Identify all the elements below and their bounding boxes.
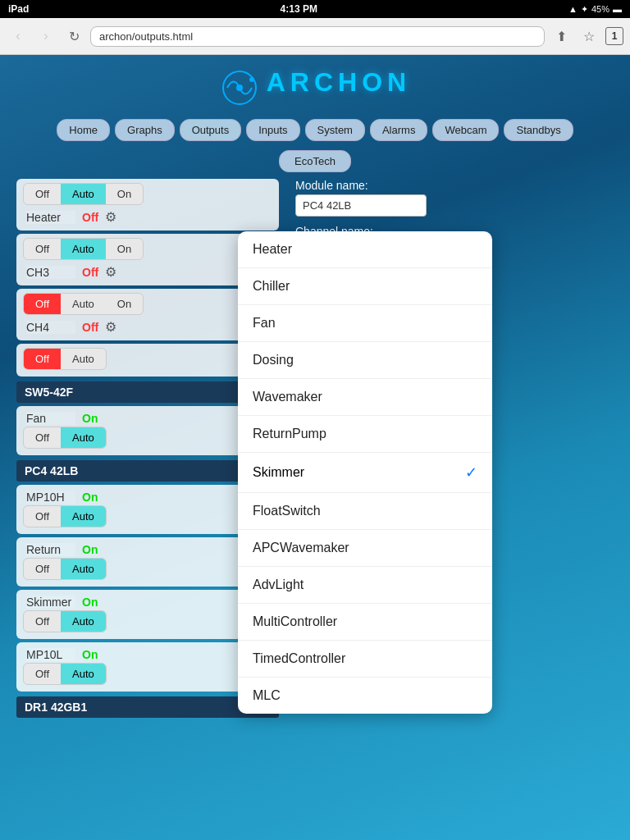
module-name-label: Module name: — [295, 179, 614, 192]
ch4-on-btn[interactable]: On — [106, 294, 143, 314]
mp10h-name: MP10H — [26, 491, 75, 504]
ch4e-auto-btn[interactable]: Auto — [61, 349, 106, 369]
return-auto-btn[interactable]: Auto — [61, 559, 106, 579]
dropdown-item-apcwavemaker[interactable]: APCWavemaker — [238, 530, 492, 567]
nav-alarms[interactable]: Alarms — [370, 119, 427, 141]
mp10h-auto-btn[interactable]: Auto — [61, 506, 106, 527]
ch4-extra-row: Off Auto — [23, 348, 272, 370]
dropdown-item-heater[interactable]: Heater — [238, 231, 492, 268]
ch4e-off-btn[interactable]: Off — [24, 349, 61, 369]
heater-auto-btn[interactable]: Auto — [61, 184, 106, 204]
skimmer-label-row: Skimmer On — [23, 594, 272, 610]
heater-on-btn[interactable]: On — [106, 184, 143, 204]
module-name-group: Module name: — [295, 179, 614, 217]
ch4-gear-icon[interactable]: ⚙ — [105, 319, 116, 335]
skimmer-off-btn[interactable]: Off — [24, 611, 61, 632]
address-bar[interactable]: archon/outputs.html — [90, 26, 545, 47]
return-toggle-row: Off Auto — [23, 558, 272, 580]
return-off-btn[interactable]: Off — [24, 559, 61, 579]
nav-home[interactable]: Home — [57, 119, 110, 141]
ch3-toggle-row: Off Auto On — [23, 238, 272, 260]
fan-off-btn[interactable]: Off — [24, 427, 61, 448]
mp10l-toggle: Off Auto — [23, 663, 107, 685]
skimmer-auto-btn[interactable]: Auto — [61, 611, 106, 632]
fan-status: On — [82, 412, 98, 425]
ch4-off-btn[interactable]: Off — [24, 294, 61, 314]
skimmer-toggle-row: Off Auto — [23, 610, 272, 632]
forward-button[interactable]: › — [34, 25, 57, 48]
ch4-name: CH4 — [26, 321, 75, 334]
tab-count[interactable]: 1 — [605, 27, 623, 45]
return-name: Return — [26, 543, 75, 556]
ch3-off-btn[interactable]: Off — [24, 239, 61, 259]
heater-block: Off Auto On Heater Off ⚙ — [16, 179, 279, 231]
logo-section: ARCHON — [0, 55, 630, 112]
dropdown-item-timedcontroller[interactable]: TimedController — [238, 641, 492, 678]
reload-button[interactable]: ↻ — [62, 25, 85, 48]
mp10h-label-row: MP10H On — [23, 489, 272, 505]
fan-toggle-group: Off Auto — [23, 427, 107, 449]
carrier-label: iPad — [8, 3, 29, 15]
return-toggle: Off Auto — [23, 558, 107, 580]
dropdown-item-floatswitch[interactable]: FloatSwitch — [238, 493, 492, 530]
ch4-extra-toggle: Off Auto — [23, 348, 107, 370]
dropdown-item-advlight[interactable]: AdvLight — [238, 567, 492, 604]
mp10h-off-btn[interactable]: Off — [24, 506, 61, 527]
share-button[interactable]: ⬆ — [550, 25, 573, 48]
mp10l-auto-btn[interactable]: Auto — [61, 664, 106, 684]
skimmer-name: Skimmer — [26, 596, 75, 609]
nav-standbys[interactable]: Standbys — [504, 119, 573, 141]
dropdown-item-multicontroller[interactable]: MultiController — [238, 604, 492, 641]
ch3-name: CH3 — [26, 266, 75, 279]
dropdown-item-dosing[interactable]: Dosing — [238, 342, 492, 379]
nav-bar-2: EcoTech — [0, 148, 630, 179]
mp10l-off-btn[interactable]: Off — [24, 664, 61, 684]
battery-icon: ▬ — [613, 4, 622, 14]
nav-ecotech[interactable]: EcoTech — [279, 150, 351, 172]
logo-text: ARCHON — [267, 67, 411, 97]
svg-point-2 — [249, 77, 254, 82]
status-bar: iPad 4:13 PM ▲ ✦ 45% ▬ — [0, 0, 630, 18]
heater-off-btn[interactable]: Off — [24, 184, 61, 204]
function-dropdown[interactable]: Heater Chiller Fan Dosing Wavemaker Retu… — [238, 231, 492, 714]
browser-chrome: ‹ › ↻ archon/outputs.html ⬆ ☆ 1 — [0, 18, 630, 55]
nav-outputs[interactable]: Outputs — [180, 119, 242, 141]
nav-system[interactable]: System — [305, 119, 365, 141]
ch4-toggle-row: Off Auto On — [23, 293, 272, 315]
dropdown-item-chiller[interactable]: Chiller — [238, 268, 492, 305]
mp10h-status: On — [82, 491, 98, 504]
skimmer-checkmark: ✓ — [465, 463, 477, 482]
nav-inputs[interactable]: Inputs — [246, 119, 299, 141]
ch4-label-row: CH4 Off ⚙ — [23, 317, 272, 336]
ch3-on-btn[interactable]: On — [106, 239, 143, 259]
bookmark-button[interactable]: ☆ — [578, 25, 600, 48]
mp10h-toggle: Off Auto — [23, 505, 107, 527]
mp10l-name: MP10L — [26, 648, 75, 661]
fan-label-row: Fan On — [23, 410, 272, 427]
time-label: 4:13 PM — [281, 3, 317, 15]
dropdown-item-fan[interactable]: Fan — [238, 305, 492, 342]
signal-icon: ▲ — [568, 4, 578, 14]
heater-gear-icon[interactable]: ⚙ — [105, 209, 116, 225]
heater-status: Off — [82, 211, 98, 224]
bluetooth-icon: ✦ — [581, 4, 588, 15]
dropdown-item-returnpump[interactable]: ReturnPump — [238, 416, 492, 453]
main-content: ARCHON Home Graphs Outputs Inputs System… — [0, 55, 630, 840]
battery-label: 45% — [591, 4, 609, 14]
ch4-auto-btn[interactable]: Auto — [61, 294, 106, 314]
dropdown-item-mlc[interactable]: MLC — [238, 678, 492, 714]
heater-toggle-row: Off Auto On — [23, 183, 272, 205]
skimmer-status: On — [82, 596, 98, 609]
dropdown-item-skimmer[interactable]: Skimmer ✓ — [238, 453, 492, 493]
heater-label-row: Heater Off ⚙ — [23, 208, 272, 226]
ch3-gear-icon[interactable]: ⚙ — [105, 264, 116, 280]
mp10l-label-row: MP10L On — [23, 646, 272, 663]
nav-webcam[interactable]: Webcam — [432, 119, 499, 141]
nav-graphs[interactable]: Graphs — [115, 119, 175, 141]
mp10l-status: On — [82, 648, 98, 661]
ch3-auto-btn[interactable]: Auto — [61, 239, 106, 259]
back-button[interactable]: ‹ — [7, 25, 30, 48]
dropdown-item-wavemaker[interactable]: Wavemaker — [238, 379, 492, 416]
fan-auto-btn[interactable]: Auto — [61, 427, 106, 448]
module-name-input[interactable] — [295, 194, 427, 217]
